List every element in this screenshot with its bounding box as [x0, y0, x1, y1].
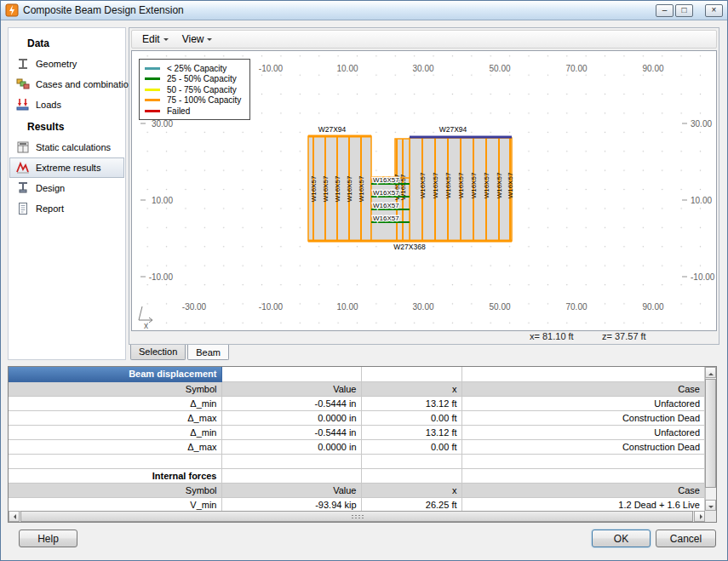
scroll-up-icon[interactable]: [705, 367, 716, 378]
sidebar-item-design[interactable]: Design: [9, 178, 124, 198]
beam-label: W16X57: [346, 175, 353, 202]
table-cell: [361, 468, 461, 483]
sidebar-item-extreme-results[interactable]: Extreme results: [9, 157, 124, 178]
extreme-results-icon: [16, 161, 31, 175]
vertical-scrollbar[interactable]: [705, 367, 716, 511]
table-cell: [9, 454, 221, 468]
menu-edit[interactable]: Edit: [136, 31, 175, 47]
legend-label: < 25% Capacity: [167, 64, 226, 73]
axis-label-right: 10.00: [691, 196, 712, 205]
beam-label: W16X57: [470, 172, 478, 198]
beam-label: W16X57: [373, 176, 399, 184]
axis-label-bottom: 30.00: [412, 302, 433, 312]
table-cell: 0.00 ft: [361, 439, 461, 454]
sidebar-section-title-data: Data: [9, 31, 125, 54]
results-table: Beam displacementSymbolValuexCaseΔ_min-0…: [9, 367, 705, 511]
scroll-right-icon[interactable]: [694, 511, 705, 522]
scroll-left-icon[interactable]: [9, 511, 20, 522]
table-cell: 26.25 ft: [361, 497, 461, 511]
horizontal-scrollbar-thumb[interactable]: [20, 511, 693, 522]
table-cell: x: [361, 381, 461, 396]
legend-color-swatch: [145, 77, 160, 80]
table-row[interactable]: Δ_max0.0000 in0.00 ftConstruction Dead: [9, 439, 705, 454]
table-cell: Δ_max: [9, 410, 221, 425]
cancel-button[interactable]: Cancel: [656, 530, 716, 547]
beam-label: W16X57: [444, 172, 452, 198]
axis-triad-icon: [139, 306, 142, 320]
cursor-x-coordinate: x= 81.10 ft: [530, 331, 574, 341]
maximize-icon[interactable]: □: [675, 4, 693, 17]
table-cell: [461, 454, 705, 468]
minimize-icon[interactable]: –: [656, 4, 674, 17]
ok-button[interactable]: OK: [592, 530, 651, 547]
beam-label: W16X57: [457, 172, 465, 198]
table-cell: Case: [461, 483, 705, 497]
table-row[interactable]: Δ_min-0.5444 in13.12 ftUnfactored: [9, 425, 705, 439]
table-cell: [461, 468, 705, 483]
scrollbar-corner: [705, 511, 716, 522]
legend-label: 50 - 75% Capacity: [167, 85, 237, 94]
sidebar-item-geometry[interactable]: Geometry: [9, 54, 124, 74]
table-cell: 1.2 Dead + 1.6 Live: [461, 497, 705, 511]
table-spacer-row: [9, 454, 705, 468]
sidebar-item-label: Loads: [36, 100, 61, 110]
sidebar-item-label: Report: [36, 203, 64, 214]
beam-label: W16X57: [373, 189, 399, 197]
table-cell: Value: [221, 381, 361, 396]
tab-beam[interactable]: Beam: [187, 345, 229, 360]
legend-color-swatch: [145, 89, 160, 91]
vertical-scrollbar-thumb[interactable]: [705, 379, 716, 488]
table-section-title-row: Beam displacement: [9, 367, 705, 381]
table-cell: Symbol: [9, 483, 221, 497]
sidebar-item-label: Cases and combinations: [36, 79, 138, 89]
help-button[interactable]: Help: [19, 530, 77, 547]
table-cell: [361, 367, 461, 381]
table-row[interactable]: Δ_min-0.5444 in13.12 ftUnfactored: [9, 396, 705, 410]
axis-label-left: 30.00: [152, 119, 173, 129]
sidebar-item-static-calculations[interactable]: Static calculations: [9, 137, 124, 157]
legend-item: Failed: [145, 106, 244, 115]
legend-color-swatch: [145, 99, 160, 101]
table-cell: [221, 468, 361, 483]
plot-canvas[interactable]: -10.0010.0030.0050.0070.0090.00-30.00-10…: [131, 50, 717, 331]
chevron-down-icon: [163, 38, 169, 43]
legend-item: 25 - 50% Capacity: [145, 75, 244, 83]
table-cell: Case: [461, 381, 705, 396]
beam-label: W27X94: [318, 125, 347, 134]
table-row[interactable]: Δ_max0.0000 in0.00 ftConstruction Dead: [9, 410, 705, 425]
axis-label-top: 10.00: [336, 64, 358, 73]
menu-label: Edit: [142, 33, 160, 45]
table-header-row: SymbolValuexCase: [9, 381, 705, 396]
scroll-down-icon[interactable]: [705, 500, 716, 511]
sidebar-item-label: Geometry: [36, 59, 77, 69]
axis-label-top: 90.00: [642, 64, 663, 73]
table-cell: Δ_min: [9, 396, 221, 410]
titlebar[interactable]: Composite Beam Design Extension – □ ×: [1, 1, 727, 20]
beam-label: W16X57: [358, 175, 365, 202]
beam-label: W16X57: [496, 172, 503, 198]
tab-selection[interactable]: Selection: [130, 345, 186, 360]
table-cell: -0.5444 in: [221, 396, 361, 410]
beam-label: W27X368: [393, 243, 426, 251]
geometry-icon: [16, 57, 31, 71]
beam-label: W16X57: [507, 172, 514, 198]
table-cell: 13.12 ft: [361, 425, 461, 439]
sidebar-item-report[interactable]: Report: [9, 198, 124, 219]
composite-beam-design-window: Composite Beam Design Extension – □ × Da…: [0, 0, 728, 561]
horizontal-scrollbar[interactable]: [9, 511, 705, 522]
loads-icon: [16, 98, 31, 112]
axis-label-top: -10.00: [259, 64, 284, 73]
beam-label: W16X57: [334, 175, 341, 202]
menu-view[interactable]: View: [176, 31, 219, 47]
close-icon[interactable]: ×: [705, 4, 723, 17]
legend-label: 75 - 100% Capacity: [167, 95, 241, 105]
sidebar-section-title-results: Results: [9, 115, 125, 137]
table-cell: 0.0000 in: [221, 410, 361, 425]
sidebar-item-cases-and-combinations[interactable]: Cases and combinations: [9, 74, 124, 94]
table-cell: [361, 454, 461, 468]
table-row[interactable]: V_min-93.94 kip26.25 ft1.2 Dead + 1.6 Li…: [9, 497, 705, 511]
beam-label: W16X57: [373, 202, 399, 209]
sidebar-item-loads[interactable]: Loads: [9, 94, 124, 115]
table-cell: Δ_min: [9, 425, 221, 439]
sidebar-item-label: Static calculations: [36, 142, 111, 152]
